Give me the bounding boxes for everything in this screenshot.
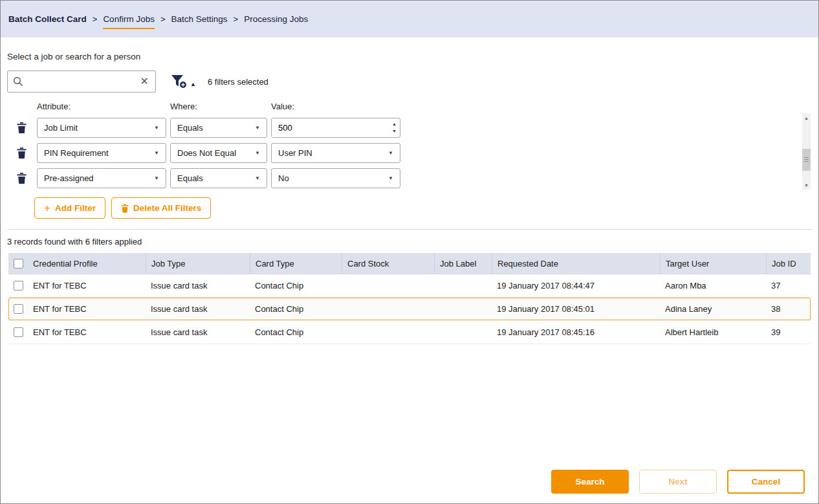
attribute-select-value: Job Limit — [44, 123, 78, 133]
cell-target-user: Adina Laney — [660, 304, 766, 314]
spinner-down-icon[interactable]: ▼ — [392, 128, 397, 135]
filter-toggle-button[interactable]: ▲ — [170, 74, 196, 89]
cell-job-type: Issue card task — [146, 281, 250, 290]
where-select-value: Does Not Equal — [177, 148, 236, 158]
cell-job-type: Issue card task — [146, 327, 250, 337]
add-filter-button[interactable]: + Add Filter — [34, 197, 105, 219]
column-header-target-user: Target User — [660, 253, 766, 274]
delete-filter-button[interactable] — [10, 143, 33, 163]
cell-job-id: 38 — [766, 304, 811, 314]
clear-search-icon[interactable]: ✕ — [139, 76, 150, 87]
breadcrumb-item-confirm-jobs[interactable]: Confirm Jobs — [103, 14, 155, 24]
plus-icon: + — [44, 203, 50, 214]
footer-actions: Search Next Cancel — [551, 470, 805, 494]
search-row: ✕ ▲ 6 filters selected — [7, 71, 818, 93]
where-select-value: Equals — [177, 123, 203, 133]
delete-filter-button[interactable] — [10, 168, 33, 188]
where-column-header: Where: — [170, 102, 267, 113]
filters-scrollbar[interactable]: ▲ ▼ — [802, 113, 811, 190]
value-select-value: User PIN — [278, 148, 312, 158]
chevron-down-icon: ▼ — [154, 150, 159, 156]
cancel-button[interactable]: Cancel — [727, 470, 805, 494]
chevron-down-icon: ▼ — [388, 175, 393, 181]
select-all-checkbox[interactable] — [14, 259, 23, 268]
breadcrumb-separator: > — [93, 14, 98, 24]
cell-target-user: Albert Hartleib — [660, 327, 766, 337]
column-header-requested-date: Requested Date — [492, 253, 660, 274]
records-summary: 3 records found with 6 filters applied — [7, 237, 818, 247]
batch-collect-card-window: Batch Collect Card > Confirm Jobs > Batc… — [0, 0, 819, 504]
where-select[interactable]: Equals ▼ — [170, 118, 267, 138]
column-header-job-id: Job ID — [766, 253, 811, 274]
scrollbar-down-icon[interactable]: ▼ — [802, 181, 811, 190]
value-select-value: No — [278, 173, 289, 183]
chevron-down-icon: ▼ — [388, 150, 393, 156]
cell-job-id: 37 — [766, 281, 811, 290]
cell-requested-date: 19 January 2017 08:45:16 — [492, 327, 660, 337]
page-instruction: Select a job or search for a person — [7, 52, 818, 61]
search-icon — [13, 76, 23, 87]
delete-filter-button[interactable] — [10, 118, 33, 138]
chevron-down-icon: ▼ — [255, 150, 260, 156]
delete-all-filters-button[interactable]: Delete All Filters — [111, 197, 211, 219]
where-select[interactable]: Does Not Equal ▼ — [170, 143, 267, 163]
delete-all-filters-label: Delete All Filters — [133, 203, 201, 213]
collapse-filters-icon: ▲ — [190, 81, 196, 89]
section-divider — [7, 229, 812, 230]
search-box: ✕ — [7, 71, 156, 93]
where-select[interactable]: Equals ▼ — [170, 168, 267, 188]
next-button[interactable]: Next — [639, 470, 717, 494]
chevron-down-icon: ▼ — [255, 125, 260, 131]
table-row[interactable]: ENT for TEBC Issue card task Contact Chi… — [8, 274, 811, 298]
breadcrumb-item-batch-settings[interactable]: Batch Settings — [171, 14, 228, 24]
filter-panel: Attribute: Where: Value: Job Limit ▼ Equ… — [10, 102, 818, 219]
cell-job-id: 39 — [766, 327, 811, 337]
table-row[interactable]: ENT for TEBC Issue card task Contact Chi… — [8, 321, 811, 344]
filter-funnel-add-icon — [170, 74, 188, 89]
table-row-selected[interactable]: ENT for TEBC Issue card task Contact Chi… — [8, 298, 811, 321]
chevron-down-icon: ▼ — [255, 175, 260, 181]
value-select[interactable]: No ▼ — [271, 168, 400, 188]
attribute-select[interactable]: PIN Requirement ▼ — [37, 143, 166, 163]
add-filter-label: Add Filter — [55, 203, 96, 213]
breadcrumb: Batch Collect Card > Confirm Jobs > Batc… — [1, 1, 818, 38]
breadcrumb-item-processing-jobs[interactable]: Processing Jobs — [244, 14, 308, 24]
jobs-table: Credential Profile Job Type Card Type Ca… — [8, 253, 811, 344]
spinner-up-icon[interactable]: ▲ — [392, 121, 397, 128]
column-header-card-stock: Card Stock — [342, 253, 434, 274]
table-header-row: Credential Profile Job Type Card Type Ca… — [8, 253, 811, 274]
scrollbar-thumb[interactable] — [802, 149, 811, 171]
breadcrumb-separator: > — [234, 14, 239, 24]
trash-icon — [17, 148, 27, 159]
attribute-select[interactable]: Pre-assigned ▼ — [37, 168, 166, 188]
value-select[interactable]: User PIN ▼ — [271, 143, 400, 163]
cell-credential-profile: ENT for TEBC — [28, 327, 146, 337]
chevron-down-icon: ▼ — [154, 175, 159, 181]
cell-requested-date: 19 January 2017 08:45:01 — [492, 304, 660, 314]
cell-target-user: Aaron Mba — [660, 281, 766, 290]
row-checkbox[interactable] — [14, 304, 23, 314]
trash-icon — [17, 122, 27, 133]
chevron-down-icon: ▼ — [154, 125, 159, 131]
search-input[interactable] — [23, 77, 139, 87]
column-header-credential-profile: Credential Profile — [28, 253, 146, 274]
value-input[interactable] — [272, 118, 392, 137]
cell-card-type: Contact Chip — [250, 327, 342, 337]
row-checkbox[interactable] — [14, 327, 23, 337]
breadcrumb-separator: > — [160, 14, 166, 24]
breadcrumb-item-batch-collect-card[interactable]: Batch Collect Card — [8, 14, 87, 24]
cell-credential-profile: ENT for TEBC — [28, 304, 146, 314]
cell-requested-date: 19 January 2017 08:44:47 — [492, 281, 660, 290]
row-checkbox[interactable] — [14, 281, 23, 290]
scrollbar-up-icon[interactable]: ▲ — [802, 113, 811, 122]
cell-job-type: Issue card task — [146, 304, 250, 314]
attribute-select[interactable]: Job Limit ▼ — [37, 118, 166, 138]
cell-credential-profile: ENT for TEBC — [28, 281, 146, 290]
column-header-job-label: Job Label — [434, 253, 492, 274]
trash-icon — [121, 204, 129, 213]
column-header-card-type: Card Type — [250, 253, 342, 274]
value-number-input: ▲ ▼ — [271, 118, 400, 138]
cell-card-type: Contact Chip — [250, 281, 342, 290]
search-button[interactable]: Search — [551, 470, 629, 494]
filter-actions: + Add Filter Delete All Filters — [34, 197, 818, 219]
